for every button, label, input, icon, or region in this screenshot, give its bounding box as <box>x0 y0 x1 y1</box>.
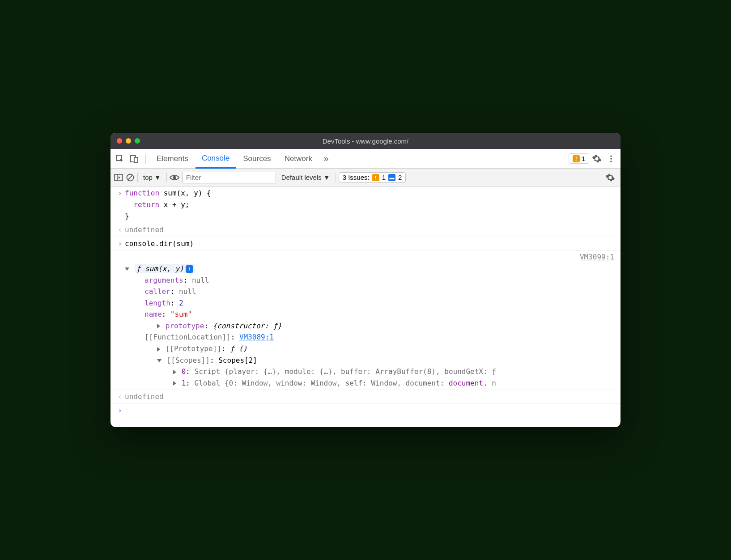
device-toggle-icon[interactable] <box>128 152 141 165</box>
console-input-row[interactable]: › console.dir(sum) <box>110 237 620 251</box>
issues-label: 3 Issues: <box>343 174 370 181</box>
console-output: › function sum(x, y) { return x + y; } ‹… <box>110 187 620 427</box>
separator <box>145 154 146 164</box>
issues-info-count: 2 <box>398 174 402 181</box>
property-value: {constructor: ƒ} <box>213 322 282 330</box>
main-tabbar: Elements Console Sources Network » ! 1 <box>110 149 620 169</box>
output-marker-icon: ‹ <box>115 391 125 403</box>
expand-toggle-icon[interactable] <box>157 324 160 328</box>
property-row[interactable]: arguments: null <box>125 275 616 286</box>
warning-icon: ! <box>573 155 580 162</box>
window-title: DevTools - www.google.com/ <box>110 137 620 145</box>
warning-count: 1 <box>582 155 585 162</box>
inspect-element-icon[interactable] <box>113 152 127 165</box>
property-row[interactable]: length: 2 <box>125 297 616 309</box>
context-label: top <box>143 174 153 181</box>
tab-console[interactable]: Console <box>196 149 236 169</box>
warnings-badge[interactable]: ! 1 <box>569 153 589 164</box>
info-icon[interactable]: i <box>186 265 193 273</box>
scope-row[interactable]: 1: Global {0: Window, window: Window, se… <box>145 378 616 389</box>
function-signature: ƒ sum(x, y)i <box>135 264 195 273</box>
output-value: undefined <box>125 224 616 236</box>
info-icon: ▬ <box>388 174 395 181</box>
prompt-marker-icon: › <box>115 405 125 416</box>
source-link[interactable]: VM3099:1 <box>580 251 614 263</box>
log-levels-selector[interactable]: Default levels ▼ <box>279 174 333 181</box>
context-selector[interactable]: top ▼ <box>140 173 164 182</box>
svg-point-3 <box>610 155 612 157</box>
live-expression-icon[interactable] <box>170 174 179 181</box>
issues-warn-count: 1 <box>382 174 386 181</box>
expand-toggle-icon[interactable] <box>173 381 176 386</box>
console-output-row: ‹ undefined <box>110 223 620 237</box>
separator <box>137 173 138 182</box>
tab-network[interactable]: Network <box>278 149 319 169</box>
minimize-window-button[interactable] <box>126 138 131 144</box>
dropdown-icon: ▼ <box>154 174 161 181</box>
svg-point-4 <box>610 158 612 160</box>
svg-rect-2 <box>134 157 138 162</box>
close-window-button[interactable] <box>117 138 122 144</box>
warning-icon: ! <box>372 174 379 181</box>
expand-toggle-icon[interactable] <box>125 267 129 271</box>
filter-input[interactable] <box>182 172 276 183</box>
object-header[interactable]: ƒ sum(x, y)i <box>125 263 616 275</box>
tab-sources[interactable]: Sources <box>237 149 277 169</box>
levels-label: Default levels <box>281 174 322 181</box>
function-location-link[interactable]: VM3089:1 <box>239 333 274 341</box>
more-tabs-icon[interactable]: » <box>319 152 333 165</box>
property-row[interactable]: name: "sum" <box>125 309 616 320</box>
svg-line-9 <box>128 175 132 180</box>
property-row[interactable]: [[FunctionLocation]]: VM3089:1 <box>125 331 616 343</box>
input-code: function sum(x, y) { return x + y; } <box>125 187 616 222</box>
svg-point-10 <box>173 176 176 179</box>
separator <box>166 173 167 182</box>
clear-console-icon[interactable] <box>126 173 135 182</box>
input-marker-icon: › <box>115 187 125 222</box>
devtools-window: DevTools - www.google.com/ Elements Cons… <box>110 133 620 427</box>
console-output-row: ‹ undefined <box>110 390 620 404</box>
titlebar: DevTools - www.google.com/ <box>110 133 620 149</box>
output-value: undefined <box>125 391 616 403</box>
output-marker-icon: ‹ <box>115 224 125 236</box>
console-settings-icon[interactable] <box>604 171 617 184</box>
tab-elements[interactable]: Elements <box>150 149 195 169</box>
separator <box>336 173 336 182</box>
dropdown-icon: ▼ <box>323 174 330 181</box>
issues-button[interactable]: 3 Issues: ! 1 ▬ 2 <box>339 172 406 182</box>
console-dir-output: VM3099:1 ƒ sum(x, y)i arguments: null ca… <box>110 250 620 390</box>
expand-toggle-icon[interactable] <box>157 347 160 352</box>
input-marker-icon: › <box>115 238 125 250</box>
console-prompt[interactable]: › <box>110 404 620 427</box>
prompt-input[interactable] <box>125 405 616 416</box>
svg-point-5 <box>610 161 612 162</box>
expand-toggle-icon[interactable] <box>157 359 162 362</box>
property-row[interactable]: [[Scopes]]: Scopes[2] <box>137 355 616 366</box>
settings-icon[interactable] <box>590 152 604 165</box>
maximize-window-button[interactable] <box>135 138 140 144</box>
property-row[interactable]: [[Prototype]]: ƒ () <box>137 343 616 355</box>
kebab-menu-icon[interactable] <box>604 152 618 165</box>
property-row[interactable]: caller: null <box>125 286 616 297</box>
traffic-lights <box>117 138 140 144</box>
property-row[interactable]: prototype: {constructor: ƒ} <box>137 320 616 332</box>
expand-toggle-icon[interactable] <box>173 370 176 374</box>
input-code: console.dir(sum) <box>125 238 616 250</box>
sidebar-toggle-icon[interactable] <box>114 174 123 181</box>
console-toolbar: top ▼ Default levels ▼ 3 Issues: ! 1 ▬ 2 <box>110 169 620 187</box>
scope-row[interactable]: 0: Script {player: {…}, module: {…}, buf… <box>145 366 616 378</box>
console-input-row[interactable]: › function sum(x, y) { return x + y; } <box>110 187 620 223</box>
